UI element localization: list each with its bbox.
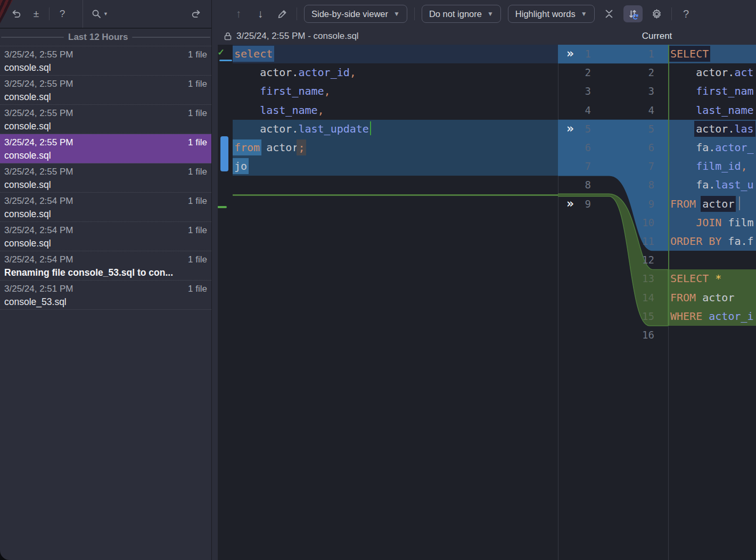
history-entry[interactable]: 3/25/24, 2:55 PM1 fileconsole.sql [0, 46, 211, 76]
right-line-number: 3 [622, 82, 654, 101]
ignore-policy-dropdown[interactable]: Do not ignore ▼ [422, 5, 501, 23]
settings-button[interactable] [650, 6, 664, 21]
history-entry-name: console.sql [4, 207, 207, 221]
right-line-number: 6 [622, 138, 654, 157]
history-entry-meta: 3/25/24, 2:55 PM1 file [4, 49, 207, 61]
code-token: , [741, 160, 747, 172]
added-lines-marker[interactable] [217, 206, 227, 208]
history-entry[interactable]: 3/25/24, 2:55 PM1 fileconsole.sql [0, 134, 211, 163]
highlight-mode-dropdown[interactable]: Highlight words ▼ [508, 5, 595, 23]
history-toolbar-icons: ± ? [0, 6, 83, 21]
previous-difference-button[interactable]: ↑ [231, 6, 246, 21]
code-token [670, 122, 696, 135]
search-icon[interactable]: ▼ [91, 8, 108, 20]
show-diff-button[interactable]: ± [29, 6, 44, 21]
apply-change-chevron[interactable]: » [566, 195, 582, 213]
history-entry-filecount: 1 file [188, 283, 207, 295]
code-token: , [350, 66, 356, 79]
help-button[interactable]: ? [679, 6, 694, 21]
code-token: last_u [715, 178, 753, 191]
code-token: last_update [298, 122, 368, 135]
left-line-number: 3 [558, 82, 591, 101]
history-entry-name: Renaming file console_53.sql to con... [4, 266, 207, 279]
code-token: first_nam [696, 85, 753, 97]
history-entry-filecount: 1 file [188, 166, 207, 178]
right-line-number: 7 [622, 157, 654, 176]
chevron-down-icon: ▼ [487, 10, 494, 18]
history-entry-time: 3/25/24, 2:55 PM [4, 49, 73, 61]
code-line [668, 326, 756, 344]
history-entry[interactable]: 3/25/24, 2:55 PM1 fileconsole.sql [0, 76, 211, 105]
history-entry-filecount: 1 file [188, 108, 207, 119]
history-entry-filecount: 1 file [188, 49, 207, 61]
code-line: last_name, [233, 101, 558, 120]
search-field[interactable]: ▼ [83, 0, 211, 28]
history-entry[interactable]: 3/25/24, 2:54 PM1 fileconsole.sql [0, 222, 211, 251]
code-line [668, 251, 756, 269]
toolbar-divider [49, 7, 50, 20]
toolbar-divider [414, 7, 415, 20]
code-token: JOIN [696, 216, 721, 229]
history-entry[interactable]: 3/25/24, 2:55 PM1 fileconsole.sql [0, 163, 211, 193]
history-entry-meta: 3/25/24, 2:55 PM1 file [4, 166, 207, 178]
code-line: fa.last_u [668, 176, 756, 194]
history-entry-time: 3/25/24, 2:54 PM [4, 254, 73, 266]
history-entry-meta: 3/25/24, 2:54 PM1 file [4, 254, 207, 266]
viewer-mode-label: Side-by-side viewer [311, 9, 388, 19]
history-entry-filecount: 1 file [188, 254, 207, 266]
history-entry[interactable]: 3/25/24, 2:54 PM1 fileconsole.sql [0, 193, 211, 222]
right-code-pane[interactable]: SELECT actor.act first_nam last_name act… [668, 45, 756, 560]
left-title-text: 3/25/24, 2:55 PM - console.sql [236, 31, 359, 42]
code-token: actor_ [715, 141, 753, 154]
history-entry-meta: 3/25/24, 2:54 PM1 file [4, 195, 207, 207]
code-token: actor [702, 197, 734, 210]
code-line: select [233, 45, 558, 63]
code-token [696, 197, 702, 210]
code-line: fa.actor_ [668, 138, 756, 157]
code-token: act [734, 66, 753, 79]
right-line-number: 14 [622, 289, 654, 307]
history-entry-meta: 3/25/24, 2:51 PM1 file [4, 283, 207, 295]
left-code-pane[interactable]: select actor.actor_id, first_name, last_… [233, 45, 558, 560]
help-button[interactable]: ? [55, 6, 70, 21]
left-line-number: 7 [558, 157, 591, 176]
sync-scroll-icon [627, 7, 639, 20]
search-dropdown-arrow: ▼ [103, 11, 108, 17]
code-token [234, 85, 260, 97]
code-token: actor_id [298, 66, 349, 79]
apply-change-chevron[interactable]: » [566, 120, 582, 138]
code-line: actor.las [668, 120, 756, 138]
sidebar-divider[interactable] [211, 0, 218, 560]
code-token: las [734, 122, 753, 135]
viewer-mode-dropdown[interactable]: Side-by-side viewer ▼ [304, 5, 407, 23]
history-entry-name: console.sql [4, 149, 207, 162]
rollback-button[interactable] [189, 6, 204, 21]
history-entry-time: 3/25/24, 2:51 PM [4, 283, 73, 295]
chevron-down-icon: ▼ [581, 10, 587, 18]
collapse-unchanged-button[interactable] [602, 6, 617, 21]
history-entry[interactable]: 3/25/24, 2:54 PM1 fileRenaming file cons… [0, 251, 211, 281]
code-token: actor_i [709, 310, 753, 323]
changed-lines-marker[interactable] [220, 136, 228, 171]
code-line: first_nam [668, 82, 756, 101]
code-token: actor. [670, 66, 734, 79]
code-token: actor. [234, 66, 298, 79]
apply-change-chevron[interactable]: » [566, 45, 582, 63]
history-entry-name: console.sql [4, 90, 207, 104]
sync-scroll-toggle[interactable] [623, 5, 643, 22]
history-entry[interactable]: 3/25/24, 2:55 PM1 fileconsole.sql [0, 105, 211, 134]
right-line-number: 12 [622, 251, 654, 269]
history-entry-name: console.sql [4, 178, 207, 192]
highlight-mode-label: Highlight words [515, 9, 576, 19]
diff-title-bar: 3/25/24, 2:55 PM - console.sql Current [217, 28, 756, 45]
history-entry-meta: 3/25/24, 2:55 PM1 file [4, 137, 207, 149]
left-line-number: 4 [558, 101, 591, 120]
code-line: WHERE actor_i [668, 307, 756, 326]
code-token: SELECT [670, 272, 709, 285]
code-line: ORDER BY fa.f [668, 232, 756, 251]
edit-button[interactable] [275, 6, 290, 21]
local-history-window: ± ? ▼ Last 12 Hours [0, 0, 756, 560]
next-difference-button[interactable]: ↓ [253, 6, 268, 21]
history-entry[interactable]: 3/25/24, 2:51 PM1 fileconsole_53.sql [0, 281, 211, 310]
revert-button[interactable] [9, 6, 23, 21]
